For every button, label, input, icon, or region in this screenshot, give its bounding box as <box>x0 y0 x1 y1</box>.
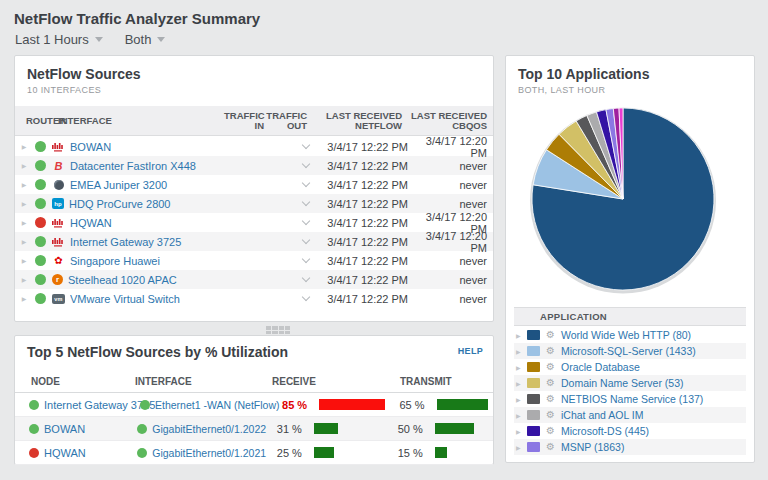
list-item: ▶⚙MSNP (1863) <box>514 439 746 455</box>
application-name-link[interactable]: Microsoft-SQL-Server (1433) <box>561 345 696 357</box>
gear-icon[interactable]: ⚙ <box>546 426 555 436</box>
expand-caret-icon[interactable]: ▶ <box>19 143 29 150</box>
last-received-netflow: 3/4/17 12:22 PM <box>313 293 408 305</box>
router-name-link[interactable]: Datacenter FastIron X448 <box>70 160 230 172</box>
table-row: ▶BOWAN3/4/17 12:22 PM3/4/17 12:20 PM <box>15 137 493 156</box>
resource-drag-handle[interactable] <box>266 326 290 334</box>
direction-dropdown[interactable]: Both <box>125 32 166 47</box>
status-dot-up <box>140 400 150 410</box>
last-received-cbqos: never <box>408 160 493 172</box>
table-row: HQWANGigabitEthernet0/1.202125 %15 % <box>15 441 493 465</box>
interface-name-link[interactable]: GigabitEthernet0/1.2021 <box>152 447 271 459</box>
transmit-bar <box>437 399 493 410</box>
col-traffic-in: TRAFFIC IN <box>224 111 264 131</box>
applications-pie-chart[interactable] <box>528 104 718 294</box>
node-name-link[interactable]: HQWAN <box>44 447 137 459</box>
expand-caret-icon[interactable]: ▶ <box>516 364 524 371</box>
expand-caret-icon[interactable]: ▶ <box>19 162 29 169</box>
hp-logo-icon: hp <box>52 198 64 209</box>
router-name-link[interactable]: VMware Virtual Switch <box>70 293 230 305</box>
cisco-logo-icon <box>52 141 65 153</box>
application-name-link[interactable]: Microsoft-DS (445) <box>561 425 649 437</box>
gear-icon[interactable]: ⚙ <box>546 346 555 356</box>
table-row: ▶Internet Gateway 37253/4/17 12:22 PM3/4… <box>15 232 493 251</box>
chevron-down-icon[interactable] <box>302 198 310 206</box>
node-name-link[interactable]: Internet Gateway 3725 <box>44 399 140 411</box>
router-name-link[interactable]: Internet Gateway 3725 <box>70 236 230 248</box>
chevron-down-icon[interactable] <box>302 141 310 149</box>
legend-color-swatch <box>527 410 540 420</box>
gear-icon[interactable]: ⚙ <box>546 378 555 388</box>
expand-caret-icon[interactable]: ▶ <box>516 380 524 387</box>
application-name-link[interactable]: iChat and AOL IM <box>561 409 644 421</box>
expand-caret-icon[interactable]: ▶ <box>19 219 29 226</box>
traffic-out-cell <box>270 164 313 167</box>
chevron-down-icon[interactable] <box>302 255 310 263</box>
list-item: ▶⚙NETBIOS Name Service (137) <box>514 391 746 407</box>
expand-caret-icon[interactable]: ▶ <box>516 412 524 419</box>
last-received-netflow: 3/4/17 12:22 PM <box>313 179 408 191</box>
chevron-down-icon <box>95 37 103 42</box>
interface-name-link[interactable]: GigabitEthernet0/1.2022 <box>152 423 271 435</box>
expand-caret-icon[interactable]: ▶ <box>516 396 524 403</box>
router-name-link[interactable]: HDQ ProCurve 2800 <box>69 198 230 210</box>
gear-icon[interactable]: ⚙ <box>546 410 555 420</box>
page-title: NetFlow Traffic Analyzer Summary <box>14 10 260 27</box>
netflow-sources-panel: NetFlow Sources 10 INTERFACES ROUTER INT… <box>14 55 494 322</box>
transmit-bar <box>435 423 493 434</box>
router-name-link[interactable]: Singapore Huawei <box>70 255 230 267</box>
status-dot-up <box>35 236 46 247</box>
riverbed-logo-icon: r <box>52 274 63 285</box>
list-item: ▶⚙iChat and AOL IM <box>514 407 746 423</box>
application-name-link[interactable]: NETBIOS Name Service (137) <box>561 393 703 405</box>
chevron-down-icon[interactable] <box>302 217 310 225</box>
col-node: NODE <box>15 376 135 387</box>
node-name-link[interactable]: BOWAN <box>44 423 137 435</box>
chevron-down-icon[interactable] <box>302 160 310 168</box>
application-name-link[interactable]: MSNP (1863) <box>561 441 624 453</box>
top-applications-panel: Top 10 Applications BOTH, LAST HOUR APPL… <box>505 55 755 463</box>
expand-caret-icon[interactable]: ▶ <box>19 238 29 245</box>
expand-caret-icon[interactable]: ▶ <box>19 276 29 283</box>
router-name-link[interactable]: Steelhead 1020 APAC <box>68 274 230 286</box>
expand-caret-icon[interactable]: ▶ <box>516 332 524 339</box>
expand-caret-icon[interactable]: ▶ <box>19 200 29 207</box>
gear-icon[interactable]: ⚙ <box>546 442 555 452</box>
application-name-link[interactable]: World Wide Web HTTP (80) <box>561 329 691 341</box>
time-range-dropdown[interactable]: Last 1 Hours <box>15 32 103 47</box>
chevron-down-icon[interactable] <box>302 179 310 187</box>
application-name-link[interactable]: Oracle Database <box>561 361 640 373</box>
last-received-cbqos: 3/4/17 12:20 PM <box>408 135 493 159</box>
expand-caret-icon[interactable]: ▶ <box>516 444 524 451</box>
table-row: BOWANGigabitEthernet0/1.202231 %50 % <box>15 417 493 441</box>
list-item: ▶⚙Microsoft-SQL-Server (1433) <box>514 343 746 359</box>
top5-table-header: NODE INTERFACE RECEIVE TRANSMIT <box>15 370 493 393</box>
expand-caret-icon[interactable]: ▶ <box>516 348 524 355</box>
legend-color-swatch <box>527 330 540 340</box>
huawei-logo-icon: ✿ <box>52 255 65 267</box>
help-link[interactable]: HELP <box>458 346 483 356</box>
application-name-link[interactable]: Domain Name Server (53) <box>561 377 684 389</box>
gear-icon[interactable]: ⚙ <box>546 394 555 404</box>
expand-caret-icon[interactable]: ▶ <box>19 181 29 188</box>
expand-caret-icon[interactable]: ▶ <box>19 295 29 302</box>
sources-table-header: ROUTER INTERFACE TRAFFIC IN TRAFFIC OUT … <box>15 106 493 136</box>
last-received-netflow: 3/4/17 12:22 PM <box>313 198 408 210</box>
receive-bar-fill <box>314 423 338 434</box>
router-name-link[interactable]: HQWAN <box>70 217 230 229</box>
router-name-link[interactable]: BOWAN <box>70 141 230 153</box>
interface-name-link[interactable]: Ethernet1 -WAN (NetFlow) <box>155 399 277 411</box>
list-item: ▶⚙World Wide Web HTTP (80) <box>514 327 746 343</box>
status-dot-up <box>137 424 147 434</box>
gear-icon[interactable]: ⚙ <box>546 362 555 372</box>
receive-bar-fill <box>314 447 334 458</box>
gear-icon[interactable]: ⚙ <box>546 330 555 340</box>
chevron-down-icon[interactable] <box>302 236 310 244</box>
transmit-bar <box>435 447 493 458</box>
expand-caret-icon[interactable]: ▶ <box>516 428 524 435</box>
chevron-down-icon[interactable] <box>302 274 310 282</box>
chevron-down-icon[interactable] <box>302 293 310 301</box>
router-name-link[interactable]: EMEA Juniper 3200 <box>70 179 230 191</box>
expand-caret-icon[interactable]: ▶ <box>19 257 29 264</box>
last-received-netflow: 3/4/17 12:22 PM <box>313 217 408 229</box>
